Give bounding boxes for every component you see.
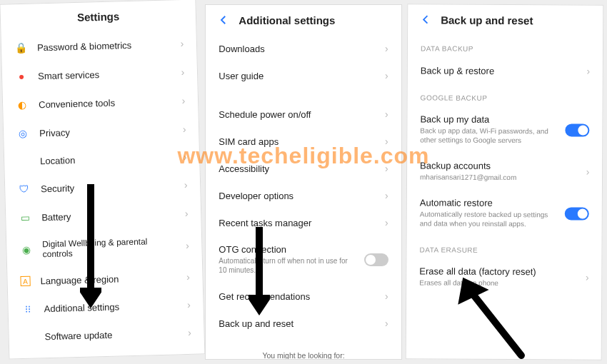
settings-row-backup-reset[interactable]: Back up and reset›: [206, 310, 401, 337]
chevron-right-icon: ›: [184, 151, 187, 163]
settings-row[interactable]: Downloads›: [206, 35, 401, 62]
header: Back up and reset: [408, 4, 603, 35]
chevron-right-icon: ›: [586, 66, 590, 77]
backup-data-toggle[interactable]: [565, 123, 589, 136]
row-label: Recent tasks manager: [219, 218, 375, 228]
chevron-right-icon: ›: [586, 272, 589, 283]
chevron-right-icon: ›: [181, 66, 184, 78]
header: Additional settings: [206, 5, 401, 35]
page-title: Additional settings: [239, 14, 335, 26]
settings-row[interactable]: Get recommendations›: [206, 283, 401, 310]
settings-row[interactable]: Software update›: [9, 318, 204, 350]
lock-icon: 🔒: [14, 41, 27, 54]
settings-row[interactable]: Schedule power on/off›: [206, 101, 401, 128]
settings-row[interactable]: Back up my dataBack up app data, Wi-Fi p…: [407, 106, 603, 153]
settings-row[interactable]: Backup accountsmharisansari1271@gmail.co…: [407, 152, 603, 190]
footnote: You might be looking for:: [206, 345, 401, 360]
row-label: Convenience tools: [39, 96, 172, 110]
header: Settings: [0, 0, 196, 34]
row-subtext: Automatically turn off when not in use f…: [219, 256, 353, 275]
row-label: Battery: [41, 208, 175, 223]
row-label: Software update: [44, 328, 178, 342]
auto-restore-toggle[interactable]: [565, 207, 589, 220]
language-icon: A: [20, 276, 30, 286]
chevron-right-icon: ›: [385, 190, 388, 201]
chevron-right-icon: ›: [385, 70, 388, 81]
chevron-right-icon: ›: [188, 327, 191, 338]
chevron-right-icon: ›: [385, 163, 388, 174]
chevron-right-icon: ›: [186, 240, 189, 251]
row-label: Additional settings: [44, 300, 177, 314]
chevron-right-icon: ›: [184, 179, 188, 191]
row-subtext: mharisansari1271@gmail.com: [420, 172, 576, 182]
backup-reset-panel: Back up and reset DATA BACKUP Back up & …: [405, 4, 603, 360]
battery-icon: ▭: [19, 211, 31, 224]
bulb-icon: ●: [15, 70, 28, 83]
wellbeing-icon: ◉: [19, 243, 32, 256]
row-label: Automatic restore: [419, 197, 554, 208]
settings-row[interactable]: Accessibility›: [206, 155, 401, 182]
row-label: Get recommendations: [219, 291, 375, 302]
chevron-right-icon: ›: [385, 290, 388, 302]
settings-row[interactable]: ◉Digital Wellbeing & parental controls›: [6, 227, 203, 268]
row-subtext: Automatically restore backed up settings…: [419, 209, 554, 228]
row-label: SIM card apps: [219, 136, 375, 147]
row-label: Security: [41, 180, 174, 194]
row-label: Back up and reset: [219, 318, 375, 329]
more-icon: ⁝⁝: [21, 303, 34, 315]
chevron-right-icon: ›: [385, 318, 388, 329]
page-title: Settings: [77, 10, 120, 24]
row-label: Smart services: [38, 67, 171, 81]
row-label: Accessibility: [219, 163, 375, 174]
settings-row[interactable]: Recent tasks manager›: [206, 209, 401, 236]
settings-panel: Settings 🔒Password & biometrics› ●Smart …: [0, 0, 206, 360]
row-label: Digital Wellbeing & parental controls: [42, 236, 176, 259]
settings-row[interactable]: Automatic restoreAutomatically restore b…: [406, 189, 602, 236]
settings-row-erase[interactable]: Erase all data (factory reset)Erases all…: [406, 258, 602, 295]
row-label: OTG connection: [219, 244, 353, 255]
page-title: Back up and reset: [441, 14, 533, 26]
chevron-right-icon: ›: [183, 123, 186, 135]
row-label: Password & biometrics: [37, 39, 171, 53]
row-label: User guide: [219, 71, 375, 81]
chevron-right-icon: ›: [385, 136, 388, 147]
row-label: Privacy: [39, 124, 173, 138]
settings-row-otg[interactable]: OTG connectionAutomatically turn off whe…: [206, 236, 401, 283]
row-subtext: Erases all data on phone: [419, 278, 576, 288]
row-label: Erase all data (factory reset): [419, 266, 576, 277]
row-label: Location: [40, 152, 174, 166]
chevron-right-icon: ›: [385, 43, 388, 54]
section-header: DATA BACKUP: [408, 34, 603, 57]
row-subtext: Back up app data, Wi-Fi passwords, and o…: [420, 126, 555, 145]
settings-row[interactable]: SIM card apps›: [206, 128, 401, 155]
chevron-right-icon: ›: [586, 166, 589, 178]
otg-toggle[interactable]: [364, 253, 388, 266]
row-label: Downloads: [219, 44, 375, 54]
tools-icon: ◐: [16, 98, 29, 111]
additional-settings-panel: Additional settings Downloads› User guid…: [205, 4, 401, 360]
back-arrow-icon[interactable]: [419, 13, 432, 26]
row-label: Back up & restore: [420, 65, 576, 76]
chevron-right-icon: ›: [185, 208, 189, 219]
chevron-right-icon: ›: [187, 299, 191, 310]
privacy-icon: ◎: [16, 127, 29, 140]
settings-row[interactable]: Developer options›: [206, 182, 401, 209]
chevron-right-icon: ›: [186, 271, 190, 283]
settings-row[interactable]: User guide›: [206, 62, 401, 89]
shield-icon: 🛡: [18, 183, 31, 196]
row-label: Language & region: [40, 272, 176, 286]
chevron-right-icon: ›: [182, 95, 186, 106]
row-label: Schedule power on/off: [219, 109, 375, 120]
chevron-right-icon: ›: [385, 217, 388, 228]
back-arrow-icon[interactable]: [217, 14, 230, 26]
settings-row[interactable]: Back up & restore›: [407, 56, 603, 84]
section-header: GOOGLE BACKUP: [407, 84, 602, 106]
row-label: Developer options: [219, 191, 375, 201]
chevron-right-icon: ›: [385, 108, 388, 120]
chevron-right-icon: ›: [180, 38, 184, 49]
row-label: Back up my data: [420, 113, 555, 125]
row-label: Backup accounts: [420, 160, 576, 171]
section-header: DATA ERASURE: [406, 236, 601, 258]
